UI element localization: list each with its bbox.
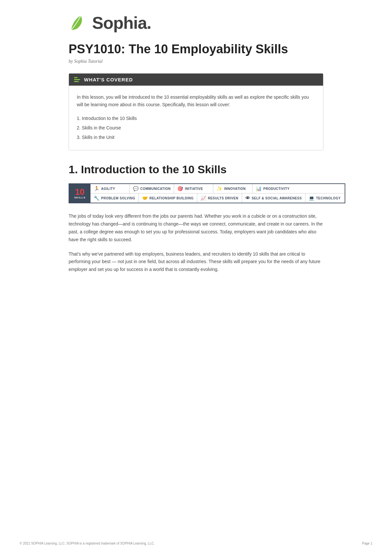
productivity-icon: 📊 (256, 186, 262, 191)
skill-initiative: 🎯 INITIATIVE (174, 184, 213, 193)
problem-solving-label: PROBLEM SOLVING (101, 196, 136, 200)
communication-label: COMMUNICATION (140, 187, 171, 191)
technology-icon: 💻 (309, 195, 315, 201)
sophia-leaf-icon (69, 13, 88, 33)
logo-area: Sophia. (69, 13, 323, 33)
skills-logo-cell: 10 SKILLS (69, 184, 90, 203)
footer-page-number: Page 1 (362, 542, 372, 545)
skills-rows: 🏃 AGILITY 💬 COMMUNICATION 🎯 INITIATIVE ✨… (90, 184, 345, 203)
section1-paragraph-1: The jobs of today look very different fr… (69, 212, 323, 244)
problem-solving-icon: 🔧 (94, 195, 100, 201)
skill-agility: 🏃 AGILITY (90, 184, 130, 193)
page-footer: © 2021 SOPHIA Learning, LLC. SOPHIA is a… (0, 542, 392, 545)
innovation-icon: ✨ (217, 186, 222, 191)
skills-logo-number: 10 (75, 188, 85, 196)
list-item: 2. Skills in the Course (77, 123, 315, 133)
self-social-label: SELF & SOCIAL AWARENESS (252, 196, 302, 200)
relationship-building-label: RELATIONSHIP BUILDING (150, 196, 194, 200)
skills-row-1: 🏃 AGILITY 💬 COMMUNICATION 🎯 INITIATIVE ✨… (90, 184, 345, 193)
communication-icon: 💬 (133, 186, 139, 191)
skill-relationship-building: 🤝 RELATIONSHIP BUILDING (139, 193, 197, 203)
skills-grid: 10 SKILLS 🏃 AGILITY 💬 COMMUNICATION 🎯 IN… (69, 183, 345, 203)
agility-icon: 🏃 (94, 186, 100, 191)
self-social-icon: 👁 (245, 195, 250, 201)
whats-covered-list: 1. Introduction to the 10 Skills 2. Skil… (77, 114, 315, 142)
innovation-label: INNOVATION (224, 187, 246, 191)
results-driven-label: RESULTS DRIVEN (208, 196, 238, 200)
footer-copyright: © 2021 SOPHIA Learning, LLC. SOPHIA is a… (20, 542, 155, 545)
skill-problem-solving: 🔧 PROBLEM SOLVING (90, 193, 139, 203)
productivity-label: PRODUCTIVITY (263, 187, 289, 191)
sophia-logo-text: Sophia. (92, 13, 151, 33)
skill-innovation: ✨ INNOVATION (213, 184, 253, 193)
skill-productivity: 📊 PRODUCTIVITY (253, 184, 293, 193)
initiative-icon: 🎯 (177, 186, 183, 191)
initiative-label: INITIATIVE (185, 187, 203, 191)
agility-label: AGILITY (101, 187, 115, 191)
whats-covered-body: In this lesson, you will be introduced t… (69, 86, 323, 150)
list-item: 3. Skills in the Unit (77, 133, 315, 142)
whats-covered-header: WHAT'S COVERED (69, 74, 323, 86)
skill-results-driven: 📈 RESULTS DRIVEN (197, 193, 242, 203)
whats-covered-title: WHAT'S COVERED (84, 77, 133, 82)
results-driven-icon: 📈 (201, 195, 206, 201)
list-item: 1. Introduction to the 10 Skills (77, 114, 315, 123)
skills-logo-label: SKILLS (74, 196, 85, 199)
byline: by Sophia Tutorial (69, 59, 323, 64)
whats-covered-intro: In this lesson, you will be introduced t… (77, 93, 315, 109)
skill-self-social: 👁 SELF & SOCIAL AWARENESS (242, 193, 305, 203)
section1-heading: 1. Introduction to the 10 Skills (69, 163, 323, 176)
relationship-building-icon: 🤝 (142, 195, 148, 201)
whats-covered-box: WHAT'S COVERED In this lesson, you will … (69, 73, 323, 150)
page-title: PSY1010: The 10 Employability Skills (69, 42, 323, 56)
skill-communication: 💬 COMMUNICATION (130, 184, 174, 193)
section1-paragraph-2: That's why we've partnered with top empl… (69, 250, 323, 274)
list-icon (74, 77, 80, 82)
skills-row-2: 🔧 PROBLEM SOLVING 🤝 RELATIONSHIP BUILDIN… (90, 193, 345, 203)
skill-technology: 💻 TECHNOLOGY (305, 193, 345, 203)
technology-label: TECHNOLOGY (316, 196, 341, 200)
